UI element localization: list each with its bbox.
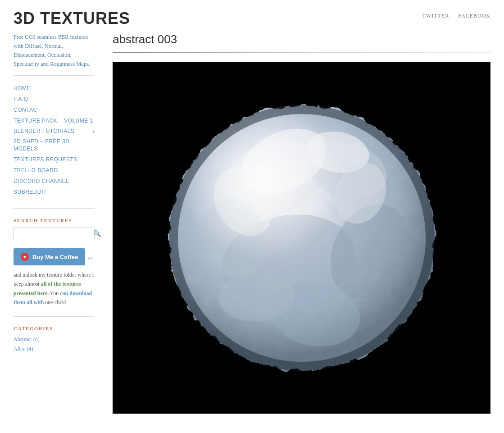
heart-icon: ♥ [21,253,29,261]
nav-item-texture-pack[interactable]: TEXTURE PACK – VOLUME 1 [14,117,95,124]
nav-link-home[interactable]: HOME [14,85,31,91]
search-section-title: SEARCH TEXTURES [14,218,95,223]
title-divider [113,52,490,53]
site-title: 3D TEXTURES [14,9,130,28]
site-header: 3D TEXTURES TWITTER FACEBOOK [0,0,504,32]
category-link-abstract[interactable]: Abstract (8) [14,336,40,342]
texture-image-container [113,62,490,414]
nav-link-textures-requests[interactable]: TEXTURES REQUESTS [14,156,77,163]
category-item-alien[interactable]: Alien (4) [14,345,95,352]
category-item-abstract[interactable]: Abstract (8) [14,336,95,343]
sidebar-nav: HOME F.A.Q. CONTACT TEXTURE PACK – VOLUM… [14,85,95,209]
nav-link-subreddit[interactable]: SUBREDDIT [14,189,47,195]
categories-section: CATEGORIES Abstract (8) Alien (4) [14,326,95,352]
category-link-alien[interactable]: Alien (4) [14,346,33,352]
coffee-description: and unlock my texture folder where I kee… [14,270,95,307]
search-box: 🔍 [14,228,95,239]
nav-link-discord-channel[interactable]: DISCORD CHANNEL [14,178,69,184]
coffee-section: ♥ Buy Me a Coffee -> and unlock my textu… [14,248,95,317]
sidebar: Free CC0 seamless PBR textures with Diff… [14,32,104,419]
header-nav: TWITTER FACEBOOK [422,9,490,19]
nav-link-blender-tutorials[interactable]: BLENDER TUTORIALS [14,128,74,134]
nav-item-3d-shed[interactable]: 3D SHED – FREE 3D MODELS [14,138,95,152]
coffee-desc-part3: one click! [44,299,67,305]
nav-item-home[interactable]: HOME [14,85,95,92]
search-input[interactable] [18,230,93,237]
coffee-desc-part2: You [49,290,60,296]
nav-link-contact[interactable]: CONTACT [14,107,41,113]
nav-link-texture-pack[interactable]: TEXTURE PACK – VOLUME 1 [14,118,93,124]
nav-item-textures-requests[interactable]: TEXTURES REQUESTS [14,156,95,163]
buy-coffee-button[interactable]: ♥ Buy Me a Coffee [14,248,85,265]
body-layout: Free CC0 seamless PBR textures with Diff… [0,32,504,433]
nav-item-contact[interactable]: CONTACT [14,106,95,114]
main-content: abstract 003 [104,32,490,419]
coffee-button-label: Buy Me a Coffee [32,254,78,260]
site-description: Free CC0 seamless PBR textures with Diff… [14,32,95,76]
categories-list: Abstract (8) Alien (4) [14,336,95,352]
facebook-link[interactable]: FACEBOOK [458,13,490,19]
nav-item-subreddit[interactable]: SUBREDDIT [14,188,95,196]
search-button[interactable]: 🔍 [93,230,101,237]
page-title: abstract 003 [113,32,490,46]
nav-item-trello-board[interactable]: TRELLO BOARD [14,167,95,174]
texture-sphere [144,80,459,396]
twitter-link[interactable]: TWITTER [422,13,450,19]
page-wrapper: 3D TEXTURES TWITTER FACEBOOK Free CC0 se… [0,0,504,433]
coffee-arrow: -> [88,255,93,262]
nav-item-discord-channel[interactable]: DISCORD CHANNEL [14,178,95,185]
categories-title: CATEGORIES [14,326,95,331]
nav-link-faq[interactable]: F.A.Q. [14,96,30,102]
nav-link-trello-board[interactable]: TRELLO BOARD [14,167,58,173]
nav-item-blender-tutorials[interactable]: BLENDER TUTORIALS ▾ [14,128,95,134]
chevron-down-icon: ▾ [92,129,95,134]
nav-item-faq[interactable]: F.A.Q. [14,96,95,103]
nav-link-3d-shed[interactable]: 3D SHED – FREE 3D MODELS [14,138,70,152]
